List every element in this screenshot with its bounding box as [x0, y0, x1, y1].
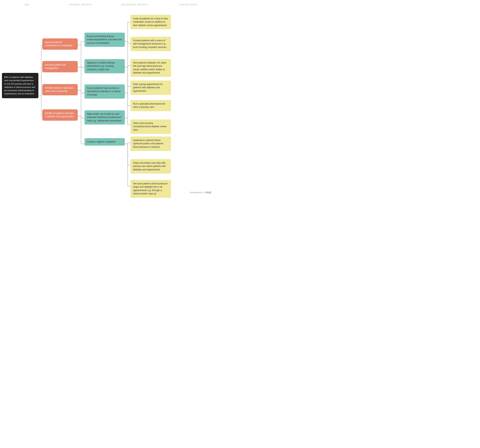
- secondary-driver-5: Create a register of patients: [85, 138, 125, 146]
- change-idea-7: Implement a tailored follow up/recall sy…: [131, 137, 171, 151]
- change-idea-2: Provide patients with a menu of self man…: [131, 37, 171, 51]
- brand-logo: ○LifeQI: [203, 191, 211, 194]
- secondary-driver-1: Ensure prescribing follows evidence/guid…: [85, 33, 125, 47]
- change-idea-4: Hold a group appointment for patients wi…: [131, 81, 171, 95]
- primary-driver-2: Increase patient self-management: [42, 61, 78, 72]
- aim-text: 80% of patients with diabetes and uncont…: [4, 76, 35, 95]
- change-idea-8: Share secondary care data with primary c…: [131, 159, 171, 173]
- primary-driver-4: Identify all patients with type 2 diabet…: [42, 109, 78, 121]
- change-idea-5: Run a specialist pharmacist led clinic i…: [131, 100, 171, 111]
- primary-driver-3: Provide access to specialist care in the…: [42, 84, 78, 95]
- header-change: CHANGE IDEAS: [169, 3, 207, 6]
- change-idea-3: Give patients Diabetes UK video link and…: [131, 59, 171, 77]
- change-idea-1: Invite all patients for a face to face m…: [131, 15, 171, 29]
- primary-driver-1: Improve patients' concordance to medicat…: [42, 38, 78, 50]
- footer: Generated by ○LifeQI: [190, 191, 211, 194]
- header: AIM PRIMARY DRIVERS SECONDARY DRIVERS CH…: [0, 0, 215, 8]
- change-idea-9: Set each patient a blood pressure target…: [131, 180, 171, 198]
- header-aim: AIM: [8, 3, 46, 6]
- aim-box: 80% of patients with diabetes and uncont…: [2, 73, 38, 98]
- secondary-driver-2: Signpost to healthy lifestyle interventi…: [85, 59, 125, 73]
- secondary-driver-3: Ensure patients have access to education…: [85, 84, 125, 99]
- header-secondary: SECONDARY DRIVERS: [115, 3, 154, 6]
- diagram-area: 80% of patients with diabetes and uncont…: [0, 8, 215, 196]
- generated-by-label: Generated by: [190, 191, 203, 193]
- header-primary: PRIMARY DRIVERS: [61, 3, 100, 6]
- change-idea-6: Hold a joint practice nurse/pharmacist d…: [131, 119, 171, 134]
- secondary-driver-4: Make better use of skill mix and extende…: [85, 110, 125, 124]
